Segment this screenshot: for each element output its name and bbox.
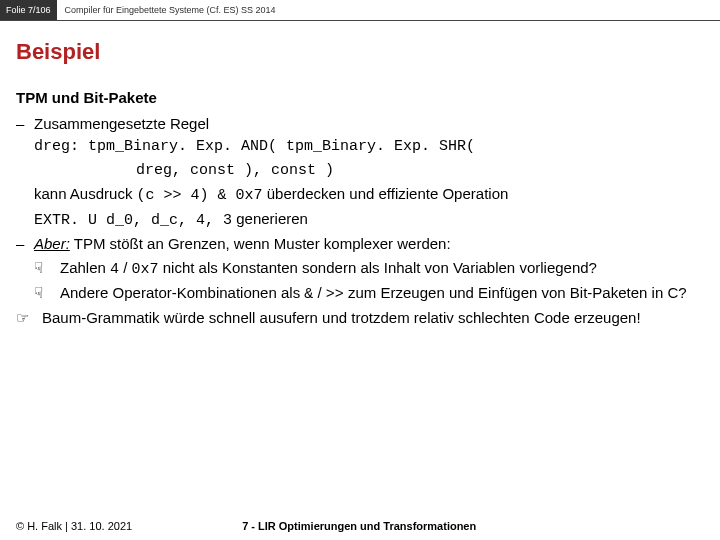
point-icon: ☞ [16,306,42,329]
header-bar: Folie 7/106 Compiler für Eingebettete Sy… [0,0,720,21]
sub-bullet-2: ☟ Andere Operator-Kombinationen als & / … [16,281,704,306]
chapter-label: 7 - LIR Optimierungen und Transformation… [242,520,476,532]
body-text: – Zusammengesetzte Regel dreg: tpm_Binar… [16,112,704,329]
sub1-mid: / [119,259,132,276]
page-title: Beispiel [16,39,704,65]
sub2-code-b: >> [326,286,344,303]
rule-line-1: dreg: tpm_Binary. Exp. AND( tpm_Binary. … [16,135,704,158]
slide-counter: Folie 7/106 [0,0,57,20]
rule-line-2: dreg, const ), const ) [16,159,704,182]
hand-icon: ☟ [34,281,60,306]
cover-pre: kann Ausdruck [34,185,137,202]
aber-text: TPM stößt an Grenzen, wenn Muster komple… [70,235,451,252]
sub2-mid: / [313,284,326,301]
sub2-post: zum Erzeugen und Einfügen von Bit-Pakete… [344,284,687,301]
copyright: © H. Falk | 31. 10. 2021 [16,520,132,532]
cover-post: überdecken und effiziente Operation [263,185,509,202]
hand-icon: ☟ [34,256,60,281]
extr-post: generieren [232,210,308,227]
bullet-2: – Aber: TPM stößt an Grenzen, wenn Muste… [16,232,704,255]
aber-label: Aber: [34,235,70,252]
sub1-pre: Zahlen [60,259,110,276]
conclusion: ☞ Baum-Grammatik würde schnell ausufern … [16,306,704,329]
cover-line: kann Ausdruck (c >> 4) & 0x7 überdecken … [16,182,704,207]
conclusion-text: Baum-Grammatik würde schnell ausufern un… [42,306,641,329]
subheading: TPM und Bit-Pakete [16,89,704,106]
slide-content: Beispiel TPM und Bit-Pakete – Zusammenge… [0,21,720,329]
dash-icon: – [16,112,34,135]
bullet-1-label: Zusammengesetzte Regel [34,112,209,135]
sub1-code-b: 0x7 [132,261,159,278]
extr-code: EXTR. U d_0, d_c, 4, 3 [34,212,232,229]
sub2-code-a: & [304,286,313,303]
dash-icon: – [16,232,34,255]
sub1-post: nicht als Konstanten sondern als Inhalt … [159,259,597,276]
course-title: Compiler für Eingebettete Systeme (Cf. E… [57,0,276,20]
sub-bullet-1: ☟ Zahlen 4 / 0x7 nicht als Konstanten so… [16,256,704,281]
sub2-pre: Andere Operator-Kombinationen als [60,284,304,301]
sub1-code-a: 4 [110,261,119,278]
footer: © H. Falk | 31. 10. 2021 7 - LIR Optimie… [16,520,704,532]
bullet-1: – Zusammengesetzte Regel [16,112,704,135]
cover-code: (c >> 4) & 0x7 [137,187,263,204]
extr-line: EXTR. U d_0, d_c, 4, 3 generieren [16,207,704,232]
